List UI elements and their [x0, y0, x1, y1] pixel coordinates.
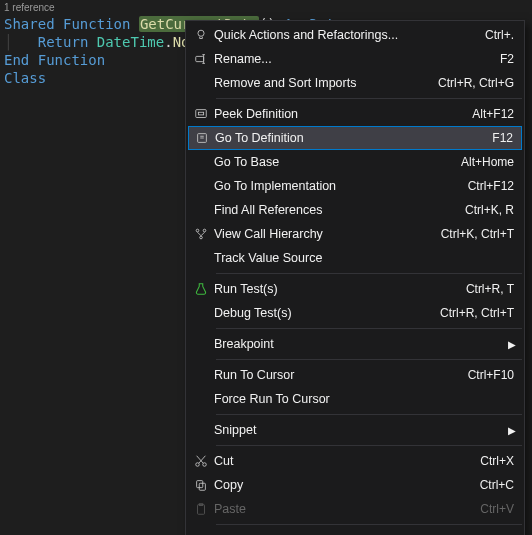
- menu-label: Snippet: [214, 423, 514, 437]
- menu-shortcut: Ctrl+.: [485, 28, 514, 42]
- chevron-right-icon: ▶: [508, 425, 516, 436]
- menu-shortcut: F12: [492, 131, 513, 145]
- menu-item-peek-definition[interactable]: Peek Definition Alt+F12: [188, 102, 522, 126]
- menu-shortcut: Ctrl+C: [480, 478, 514, 492]
- menu-shortcut: Ctrl+V: [480, 502, 514, 516]
- peek-icon: [188, 107, 214, 121]
- menu-item-quick-actions[interactable]: Quick Actions and Refactorings... Ctrl+.: [188, 23, 522, 47]
- menu-label: Go To Implementation: [214, 179, 468, 193]
- menu-shortcut: F2: [500, 52, 514, 66]
- menu-separator: [216, 98, 522, 99]
- definition-icon: [189, 131, 215, 145]
- menu-item-cut[interactable]: Cut Ctrl+X: [188, 449, 522, 473]
- menu-label: Rename...: [214, 52, 500, 66]
- menu-item-annotation[interactable]: Annotation ▶: [188, 528, 522, 535]
- menu-label: Quick Actions and Refactorings...: [214, 28, 485, 42]
- svg-point-5: [196, 229, 199, 232]
- menu-shortcut: Ctrl+R, T: [466, 282, 514, 296]
- menu-label: Paste: [214, 502, 480, 516]
- menu-separator: [216, 273, 522, 274]
- menu-separator: [216, 359, 522, 360]
- menu-label: Breakpoint: [214, 337, 514, 351]
- svg-point-9: [203, 463, 207, 467]
- menu-shortcut: Ctrl+F10: [468, 368, 514, 382]
- menu-item-force-run-to-cursor[interactable]: Force Run To Cursor: [188, 387, 522, 411]
- menu-label: Copy: [214, 478, 480, 492]
- menu-item-breakpoint[interactable]: Breakpoint ▶: [188, 332, 522, 356]
- menu-label: Go To Base: [214, 155, 461, 169]
- menu-shortcut: Alt+Home: [461, 155, 514, 169]
- menu-label: View Call Hierarchy: [214, 227, 441, 241]
- svg-rect-12: [198, 505, 205, 515]
- menu-item-run-to-cursor[interactable]: Run To Cursor Ctrl+F10: [188, 363, 522, 387]
- menu-item-find-references[interactable]: Find All References Ctrl+K, R: [188, 198, 522, 222]
- menu-shortcut: Ctrl+K, R: [465, 203, 514, 217]
- lightbulb-icon: [188, 28, 214, 42]
- menu-label: Find All References: [214, 203, 465, 217]
- codelens-reference[interactable]: 1 reference: [0, 0, 532, 15]
- menu-separator: [216, 524, 522, 525]
- menu-label: Go To Definition: [215, 131, 492, 145]
- menu-shortcut: Ctrl+X: [480, 454, 514, 468]
- menu-separator: [216, 328, 522, 329]
- menu-item-goto-definition[interactable]: Go To Definition F12: [188, 126, 522, 150]
- chevron-right-icon: ▶: [508, 339, 516, 350]
- menu-separator: [216, 414, 522, 415]
- svg-point-6: [203, 229, 206, 232]
- menu-label: Peek Definition: [214, 107, 472, 121]
- context-menu: Quick Actions and Refactorings... Ctrl+.…: [185, 20, 525, 535]
- menu-item-goto-implementation[interactable]: Go To Implementation Ctrl+F12: [188, 174, 522, 198]
- svg-point-8: [196, 463, 200, 467]
- menu-shortcut: Ctrl+R, Ctrl+T: [440, 306, 514, 320]
- cut-icon: [188, 454, 214, 468]
- copy-icon: [188, 478, 214, 492]
- menu-label: Track Value Source: [214, 251, 514, 265]
- menu-label: Remove and Sort Imports: [214, 76, 438, 90]
- svg-rect-3: [198, 112, 203, 115]
- svg-rect-2: [196, 110, 207, 118]
- menu-item-rename[interactable]: Rename... F2: [188, 47, 522, 71]
- menu-shortcut: Ctrl+R, Ctrl+G: [438, 76, 514, 90]
- menu-item-remove-sort-imports[interactable]: Remove and Sort Imports Ctrl+R, Ctrl+G: [188, 71, 522, 95]
- rename-icon: [188, 52, 214, 66]
- menu-item-track-value[interactable]: Track Value Source: [188, 246, 522, 270]
- paste-icon: [188, 502, 214, 516]
- menu-shortcut: Alt+F12: [472, 107, 514, 121]
- menu-item-run-tests[interactable]: Run Test(s) Ctrl+R, T: [188, 277, 522, 301]
- svg-rect-1: [196, 56, 204, 61]
- menu-item-call-hierarchy[interactable]: View Call Hierarchy Ctrl+K, Ctrl+T: [188, 222, 522, 246]
- menu-label: Cut: [214, 454, 480, 468]
- menu-separator: [216, 445, 522, 446]
- hierarchy-icon: [188, 227, 214, 241]
- menu-label: Debug Test(s): [214, 306, 440, 320]
- menu-shortcut: Ctrl+F12: [468, 179, 514, 193]
- svg-point-0: [198, 30, 204, 36]
- menu-item-copy[interactable]: Copy Ctrl+C: [188, 473, 522, 497]
- menu-item-paste: Paste Ctrl+V: [188, 497, 522, 521]
- menu-label: Run To Cursor: [214, 368, 468, 382]
- svg-point-7: [200, 236, 203, 239]
- menu-label: Force Run To Cursor: [214, 392, 514, 406]
- menu-item-debug-tests[interactable]: Debug Test(s) Ctrl+R, Ctrl+T: [188, 301, 522, 325]
- menu-item-snippet[interactable]: Snippet ▶: [188, 418, 522, 442]
- menu-shortcut: Ctrl+K, Ctrl+T: [441, 227, 514, 241]
- menu-item-goto-base[interactable]: Go To Base Alt+Home: [188, 150, 522, 174]
- menu-label: Run Test(s): [214, 282, 466, 296]
- test-icon: [188, 282, 214, 296]
